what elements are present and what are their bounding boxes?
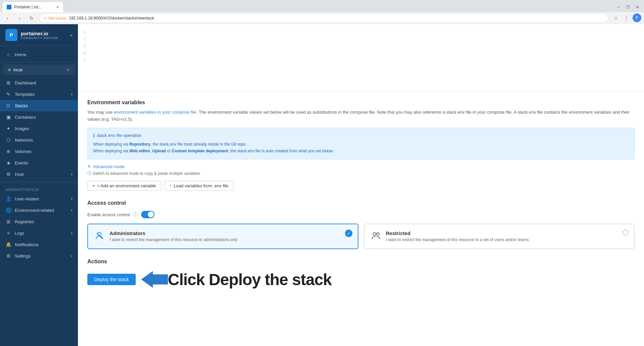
deploy-label-big: Click Deploy the stack <box>168 270 332 289</box>
sidebar-item-containers[interactable]: ▣ Containers <box>0 111 78 123</box>
env-related-label: Environment-related <box>15 208 54 213</box>
sidebar-item-dashboard[interactable]: ⊞ Dashboard <box>0 77 78 88</box>
bookmark-icon[interactable]: ☆ <box>611 13 620 23</box>
actions-title: Actions <box>87 259 635 265</box>
logo-name: portainer.io <box>21 31 58 36</box>
profile-icon[interactable]: P <box>633 13 641 22</box>
enable-access-help-icon[interactable]: ⓘ <box>133 212 138 218</box>
sidebar-item-logs[interactable]: ≡ Logs ▾ <box>0 227 78 239</box>
back-button[interactable]: ‹ <box>3 13 12 23</box>
info-box-title-text: stack.env file operation <box>97 133 141 138</box>
dashboard-icon: ⊞ <box>5 80 11 85</box>
restore-button[interactable]: ❐ <box>624 3 632 11</box>
sidebar-item-templates[interactable]: ✎ Templates ▾ <box>0 88 78 100</box>
sidebar-item-registries[interactable]: ⊞ Registries <box>0 216 78 227</box>
administrators-icon <box>95 231 104 242</box>
advanced-mode-sub-text: ⓘ Switch to advanced mode to copy & past… <box>87 170 635 176</box>
toggle-knob <box>148 212 154 218</box>
code-editor-area[interactable]: 1 2 3 4 5 <box>78 24 644 91</box>
user-related-label: User-related <box>15 196 39 201</box>
sidebar-item-user-related[interactable]: 👤 User-related ▾ <box>0 193 78 204</box>
home-label: Home <box>15 52 27 57</box>
host-label: Host <box>15 172 24 177</box>
enable-access-label: Enable access control <box>87 212 130 217</box>
env-vars-section: Environment variables You may use enviro… <box>87 91 635 191</box>
logs-icon: ≡ <box>5 230 11 236</box>
security-indicator: ⚠ Not secure <box>44 16 66 21</box>
forward-button[interactable]: › <box>15 13 24 23</box>
tab-close-icon[interactable]: ✕ <box>56 5 59 9</box>
templates-label: Templates <box>15 92 35 97</box>
compose-link[interactable]: environment variables in your compose fi… <box>114 110 196 115</box>
reload-button[interactable]: ↻ <box>27 13 36 23</box>
notifications-icon: 🔔 <box>5 242 11 247</box>
user-related-icon: 👤 <box>5 196 11 201</box>
main-content: 1 2 3 4 5 Environment variables You may … <box>78 24 644 346</box>
env-vars-description: You may use environment variables in you… <box>87 109 635 123</box>
administrators-selected-checkmark: ✓ <box>345 230 352 237</box>
load-variables-button[interactable]: ↑ Load variables from .env file <box>165 181 233 191</box>
tab-favicon <box>7 5 11 9</box>
user-related-chevron-icon: ▾ <box>71 197 73 201</box>
administrators-card[interactable]: Administrators I want to restrict the ma… <box>87 224 358 249</box>
advanced-mode-link[interactable]: ✎ Advanced mode <box>87 164 635 169</box>
home-icon: ⌂ <box>5 52 11 57</box>
actions-section: Actions Deploy the stack Click Deploy th… <box>87 259 635 290</box>
enable-access-toggle[interactable] <box>141 211 155 218</box>
env-close-icon[interactable]: ✕ <box>67 68 70 72</box>
info-circle-icon: ⓘ <box>87 170 91 176</box>
events-label: Events <box>15 160 28 165</box>
edit-icon: ✎ <box>87 164 91 169</box>
svg-point-0 <box>98 232 101 236</box>
env-status-dot <box>8 69 11 71</box>
close-button[interactable]: ✕ <box>633 3 641 11</box>
administration-group-label: Administration <box>0 184 78 193</box>
browser-tab[interactable]: Portainer | loc... ✕ <box>3 2 63 12</box>
env-vars-title: Environment variables <box>87 100 635 106</box>
window-controls: ─ ❐ ✕ <box>614 3 641 11</box>
sidebar-item-volumes[interactable]: ⊕ Volumes <box>0 146 78 157</box>
advanced-mode-label: Advanced mode <box>93 164 125 169</box>
host-chevron-icon: ▾ <box>71 172 73 176</box>
sidebar-item-home[interactable]: ⌂ Home <box>0 49 78 60</box>
access-cards: Administrators I want to restrict the ma… <box>87 224 635 249</box>
settings-chevron-icon: ▾ <box>71 254 73 258</box>
templates-chevron-icon: ▾ <box>71 92 73 96</box>
restricted-card-title: Restricted <box>386 230 628 236</box>
browser-chrome: Portainer | loc... ✕ ─ ❐ ✕ ‹ › ↻ ⚠ Not s… <box>0 0 644 24</box>
sidebar-item-events[interactable]: ◈ Events <box>0 157 78 168</box>
networks-label: Networks <box>15 138 33 143</box>
administrators-card-title: Administrators <box>110 230 351 236</box>
sidebar-item-images[interactable]: ✦ Images <box>0 123 78 134</box>
sidebar-item-stacks[interactable]: ⊟ Stacks <box>0 100 78 111</box>
settings-icon: ⚙ <box>5 253 11 259</box>
networks-icon: ⬡ <box>5 137 11 143</box>
add-env-variable-button[interactable]: + + Add an environment variable <box>87 181 161 191</box>
upload-icon: ↑ <box>170 183 172 188</box>
info-box-body: When deploying via Repository, the stack… <box>93 141 629 155</box>
access-control-title: Access control <box>87 200 635 206</box>
sidebar-item-host[interactable]: ⚙ Host ▾ <box>0 168 78 180</box>
env-actions: + + Add an environment variable ↑ Load v… <box>87 181 635 191</box>
deploy-arrow-icon <box>141 269 168 290</box>
logs-label: Logs <box>15 231 24 236</box>
sidebar-item-notifications[interactable]: 🔔 Notifications <box>0 239 78 250</box>
deploy-stack-button[interactable]: Deploy the stack <box>87 274 136 285</box>
sidebar-item-settings[interactable]: ⚙ Settings ▾ <box>0 250 78 262</box>
collapse-button[interactable]: « <box>70 32 73 38</box>
svg-point-3 <box>377 233 379 235</box>
address-bar[interactable]: ⚠ Not secure 192.168.1.18:9000/#!/2/dock… <box>39 13 608 23</box>
restricted-card[interactable]: Restricted I want to restrict the manage… <box>364 224 635 249</box>
sidebar-item-networks[interactable]: ⬡ Networks <box>0 134 78 146</box>
plus-icon: + <box>92 183 95 188</box>
volumes-label: Volumes <box>15 149 32 154</box>
sidebar-env[interactable]: local ✕ <box>3 65 75 75</box>
env-name: local <box>13 67 64 72</box>
sidebar: P portainer.io COMMUNITY EDITION « ⌂ Hom… <box>0 24 78 346</box>
sidebar-logo: P portainer.io COMMUNITY EDITION <box>5 29 58 41</box>
volumes-icon: ⊕ <box>5 149 11 154</box>
extensions-icon[interactable]: ⋮ <box>622 13 631 23</box>
minimize-button[interactable]: ─ <box>614 3 622 11</box>
sidebar-item-env-related[interactable]: 🌐 Environment-related ▾ <box>0 204 78 216</box>
registries-label: Registries <box>15 219 34 224</box>
